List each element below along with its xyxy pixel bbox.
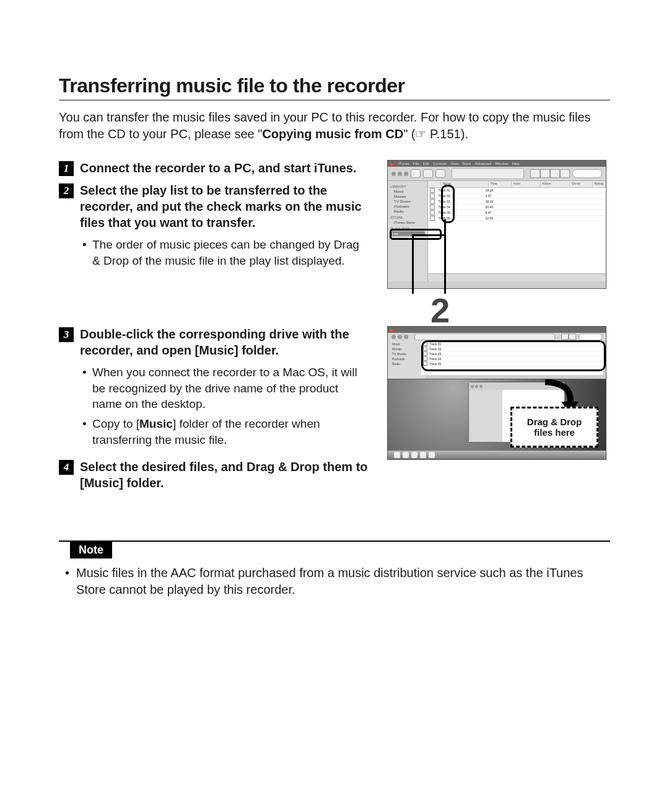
sidebar-music: Music <box>390 189 425 194</box>
note-section: Note Music files in the AAC format purch… <box>59 541 610 598</box>
callout-connector <box>444 219 446 294</box>
search-field <box>572 169 602 178</box>
intro-paragraph: You can transfer the music files saved i… <box>59 109 610 143</box>
step-2-sublist: The order of music pieces can be changed… <box>92 237 370 268</box>
note-list: Music files in the AAC format purchased … <box>76 565 610 598</box>
status-bar <box>428 273 606 281</box>
dock-item-icon <box>429 452 435 458</box>
sidebar-itunes-store: iTunes Store <box>390 220 425 225</box>
callout-checkmarks-ring <box>441 185 455 223</box>
col-genre: Genre <box>570 181 593 187</box>
dock-item-icon <box>394 452 400 458</box>
col-rating: Rating <box>593 181 606 187</box>
menu-advanced: Advanced <box>474 162 491 165</box>
play-button-icon <box>423 169 433 178</box>
screenshot-1-wrap: 🍎 iTunes File Edit Controls View Store A… <box>387 160 610 289</box>
step-3-sub-2: Copy to [Music] folder of the recorder w… <box>92 416 370 448</box>
step-2-text: Select the play list to be transferred t… <box>80 182 370 231</box>
note-rule <box>59 541 610 542</box>
step-3-text: Double-click the corresponding drive wit… <box>80 326 370 358</box>
search-field <box>579 333 602 340</box>
traffic-lights <box>391 172 408 176</box>
sidebar-hdr-library: LIBRARY <box>390 185 425 188</box>
itunes-toolbar <box>388 167 606 181</box>
step-2-sub-1: The order of music pieces can be changed… <box>92 237 370 268</box>
lcd-display <box>452 168 524 179</box>
desktop-screenshot: Drag & Drop files here <box>387 379 606 460</box>
check-icon <box>430 205 435 210</box>
mac-menubar: 🍎 iTunes File Edit Controls View Store A… <box>388 161 606 167</box>
sidebar-radio: Radio <box>390 209 425 214</box>
menu-window: Window <box>495 162 508 165</box>
intro-text-b: " (☞ P.151). <box>403 127 468 141</box>
step-4-text: Select the desired files, and Drag & Dro… <box>80 459 370 491</box>
track-list-header: Name Time Artist Album Genre Rating <box>428 181 606 188</box>
next-button-icon <box>435 169 445 178</box>
step-2-number: 2 <box>59 183 74 198</box>
step-4-number: 4 <box>59 460 74 475</box>
apple-menu-icon: 🍎 <box>390 162 395 166</box>
itunes-screenshot-1: 🍎 iTunes File Edit Controls View Store A… <box>387 160 606 289</box>
drop-target-box: Drag & Drop files here <box>510 407 598 448</box>
step-1-number: 1 <box>59 161 74 176</box>
sidebar-hdr-store: STORE <box>390 216 425 219</box>
step-3-number: 3 <box>59 327 74 342</box>
menu-view: View <box>450 162 458 165</box>
prev-button-icon <box>411 169 421 178</box>
step-4: 4 Select the desired files, and Drag & D… <box>59 459 370 491</box>
step-3: 3 Double-click the corresponding drive w… <box>59 326 370 358</box>
dock-item-icon <box>420 452 426 458</box>
lcd-display <box>414 333 555 340</box>
view-toggle <box>561 333 576 340</box>
step-1-text: Connect the recorder to a PC, and start … <box>80 160 356 176</box>
note-label: Note <box>70 542 112 558</box>
dock-item-icon <box>411 452 418 458</box>
screenshot-2-wrap: 🍎 Music Movies TV Shows Podcasts Radio <box>387 326 610 460</box>
menu-help: Help <box>512 162 519 165</box>
dropbox-line1: Drag & Drop <box>527 417 582 427</box>
mac-dock <box>388 451 606 459</box>
check-icon <box>430 210 435 215</box>
intro-bold: Copying music from CD <box>262 127 403 141</box>
sidebar-podcasts: Podcasts <box>390 204 425 209</box>
check-icon <box>430 188 435 193</box>
step-3-sub-1: When you connect the recorder to a Mac O… <box>92 364 370 412</box>
block-1: 1 Connect the recorder to a PC, and star… <box>59 160 610 289</box>
block-2: 3 Double-click the corresponding drive w… <box>59 326 610 497</box>
manual-page: Transferring music file to the recorder … <box>0 0 669 812</box>
menu-itunes: iTunes <box>398 162 409 165</box>
col-artist: Artist <box>512 181 541 187</box>
check-icon <box>430 216 435 221</box>
col-time: Time <box>489 181 512 187</box>
note-item-1: Music files in the AAC format purchased … <box>76 565 610 598</box>
traffic-lights <box>391 335 408 339</box>
step-3-sublist: When you connect the recorder to a Mac O… <box>92 364 370 448</box>
page-title: Transferring music file to the recorder <box>59 74 610 97</box>
callout-connector <box>412 234 414 294</box>
menu-controls: Controls <box>433 162 447 165</box>
sidebar-movies: Movies <box>390 194 425 199</box>
title-rule <box>59 100 610 100</box>
dropbox-line2: files here <box>527 427 582 438</box>
finder-sidebar <box>469 390 505 442</box>
mac-menubar: 🍎 <box>388 327 606 333</box>
callout-tracks-ring <box>421 340 606 371</box>
step-1: 1 Connect the recorder to a PC, and star… <box>59 160 370 176</box>
dock-item-icon <box>403 452 409 458</box>
col-album: Album <box>541 181 570 187</box>
callout-connector <box>412 234 446 236</box>
check-icon <box>430 193 435 198</box>
apple-menu-icon: 🍎 <box>390 328 395 332</box>
menu-edit: Edit <box>422 162 429 165</box>
check-icon <box>430 199 435 204</box>
itunes-screenshot-2: 🍎 Music Movies TV Shows Podcasts Radio <box>387 326 606 379</box>
menu-store: Store <box>462 162 471 165</box>
itunes-sidebar: Music Movies TV Shows Podcasts Radio <box>388 340 425 379</box>
sidebar-tvshows: TV Shows <box>390 199 425 204</box>
menu-file: File <box>413 162 419 165</box>
view-toggle <box>530 169 570 178</box>
callout-number-2: 2 <box>431 290 450 330</box>
step-2: 2 Select the play list to be transferred… <box>59 182 370 231</box>
